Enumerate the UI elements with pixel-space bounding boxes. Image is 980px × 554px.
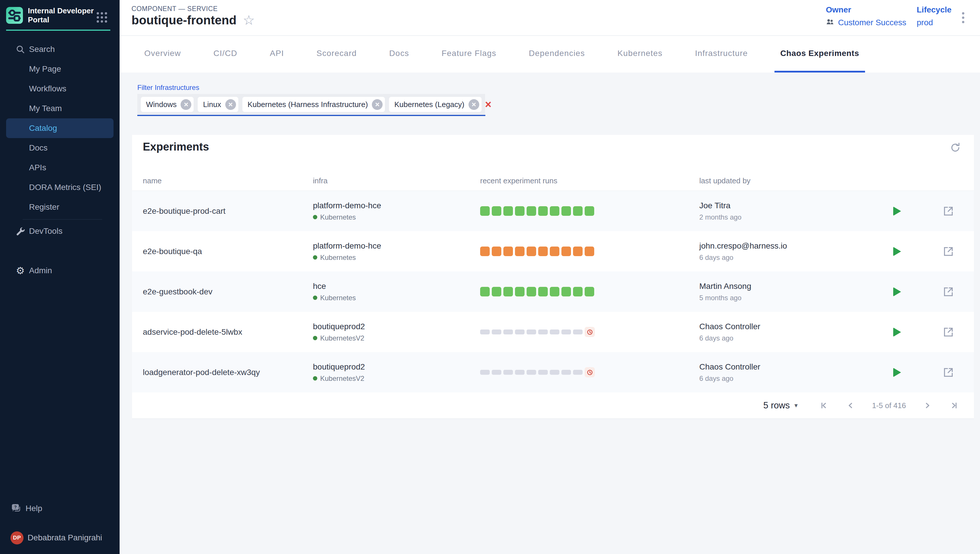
recent-runs-strip[interactable] [480,287,699,296]
clear-filters-icon[interactable]: × [485,94,492,115]
run-status-square-passed [492,206,501,216]
owner-label: Owner [826,5,906,14]
next-page-button[interactable] [922,400,933,411]
open-in-new-button[interactable] [943,246,954,257]
tab-chaos-experiments[interactable]: Chaos Experiments [774,36,865,73]
run-status-square-failed [515,247,525,256]
tab-cicd[interactable]: CI/CD [207,36,243,73]
run-status-square-passed [585,206,594,216]
run-status-square-pending [573,330,583,334]
chip-close-icon[interactable]: × [180,99,191,110]
sidebar-item-my-page[interactable]: My Page [0,59,120,79]
sidebar-item-admin[interactable]: ⚙ Admin [0,261,120,280]
app-title: Internal Developer Portal [28,6,95,24]
sidebar-item-catalog[interactable]: Catalog [6,118,113,138]
run-status-square-passed [527,206,536,216]
tab-overview[interactable]: Overview [139,36,187,73]
recent-runs-strip[interactable] [480,367,699,377]
sidebar-item-devtools[interactable]: DevTools [0,221,120,241]
sidebar-item-search[interactable]: Search [0,40,120,59]
run-status-square-pending [538,330,548,334]
infra-cell: boutiqueprod2 KubernetesV2 [313,322,480,342]
refresh-icon[interactable] [949,141,962,154]
open-in-new-button[interactable] [943,326,954,338]
sidebar-item-label: DORA Metrics (SEI) [29,183,101,192]
infra-type: Kubernetes [320,253,356,262]
sidebar-item-apis[interactable]: APIs [0,158,120,178]
sidebar-item-dora-metrics[interactable]: DORA Metrics (SEI) [0,178,120,197]
run-status-square-pending [503,330,513,334]
app-switcher-icon[interactable] [97,12,107,22]
infrastructure-filter-input[interactable]: Windows × Linux × Kubernetes (Harness In… [137,94,485,116]
sidebar-item-help[interactable]: ? Help [0,498,120,518]
last-page-button[interactable] [949,400,959,411]
previous-page-button[interactable] [845,400,856,411]
run-status-square-failed [503,247,513,256]
owner-block: Owner Customer Success [826,5,906,27]
open-in-new-button[interactable] [943,205,954,217]
run-status-square-passed [515,287,525,296]
table-header-row: name infra recent experiment runs last u… [132,171,974,191]
tab-scorecard[interactable]: Scorecard [311,36,362,73]
sidebar-item-register[interactable]: Register [0,197,120,217]
tab-infrastructure[interactable]: Infrastructure [689,36,753,73]
sidebar-item-label: DevTools [29,226,62,236]
updated-by-time: 5 months ago [699,294,887,302]
run-status-square-passed [527,287,536,296]
run-status-square-pending [492,330,501,334]
filter-chip: Windows × [141,97,194,112]
sidebar: Internal Developer Portal Search My Page… [0,0,120,554]
recent-runs-strip[interactable] [480,327,699,337]
favorite-star-icon[interactable]: ☆ [243,14,255,26]
table-row: e2e-boutique-prod-cart platform-demo-hce… [132,191,974,231]
tab-dependencies[interactable]: Dependencies [523,36,591,73]
sidebar-divider [22,219,102,220]
recent-runs-strip[interactable] [480,206,699,216]
sidebar-item-docs[interactable]: Docs [0,138,120,158]
filter-chip: Kubernetes (Legacy) × [389,97,481,112]
run-status-square-pending [550,370,559,375]
run-experiment-button[interactable] [892,247,902,256]
run-status-square-passed [562,287,571,296]
sidebar-item-label: Admin [29,266,52,275]
chip-close-icon[interactable]: × [372,99,383,110]
run-status-square-pending [562,330,571,334]
tab-kubernetes[interactable]: Kubernetes [611,36,668,73]
entity-kind-breadcrumb: COMPONENT — SERVICE [131,5,218,13]
sidebar-item-label: Docs [29,143,48,153]
first-page-button[interactable] [819,400,829,411]
sidebar-user[interactable]: DP Debabrata Panigrahi [0,527,120,549]
run-experiment-button[interactable] [892,287,902,297]
sidebar-item-my-team[interactable]: My Team [0,99,120,118]
updated-by-cell: Martin Ansong 5 months ago [699,282,887,302]
column-header-infra: infra [313,176,480,185]
sidebar-item-workflows[interactable]: Workflows [0,79,120,99]
updated-by-cell: Joe Titra 2 months ago [699,201,887,221]
table-body: e2e-boutique-prod-cart platform-demo-hce… [132,191,974,392]
kebab-menu-icon[interactable] [961,11,966,24]
open-in-new-button[interactable] [943,367,954,378]
wrench-icon [15,226,26,236]
run-status-square-passed [585,287,594,296]
recent-runs-strip[interactable] [480,247,699,256]
sidebar-item-label: Search [29,45,55,54]
rows-per-page-select[interactable]: 5 rows ▾ [763,400,798,411]
run-status-square-pending [515,330,525,334]
run-experiment-button[interactable] [892,206,902,216]
updated-by-time: 6 days ago [699,374,887,382]
open-in-new-button[interactable] [943,286,954,298]
run-experiment-button[interactable] [892,327,902,337]
run-status-square-failed [550,247,559,256]
rows-per-page-value: 5 rows [763,400,790,411]
updated-by-name: Martin Ansong [699,282,887,291]
column-header-updated: last updated by [699,176,887,185]
tab-docs[interactable]: Docs [383,36,415,73]
chip-close-icon[interactable]: × [469,99,479,110]
owner-link[interactable]: Customer Success [838,18,906,27]
tab-feature-flags[interactable]: Feature Flags [436,36,502,73]
run-experiment-button[interactable] [892,368,902,377]
tab-api[interactable]: API [264,36,290,73]
updated-by-cell: Chaos Controller 6 days ago [699,362,887,382]
chip-close-icon[interactable]: × [225,99,236,110]
run-status-square-pending [492,370,501,375]
